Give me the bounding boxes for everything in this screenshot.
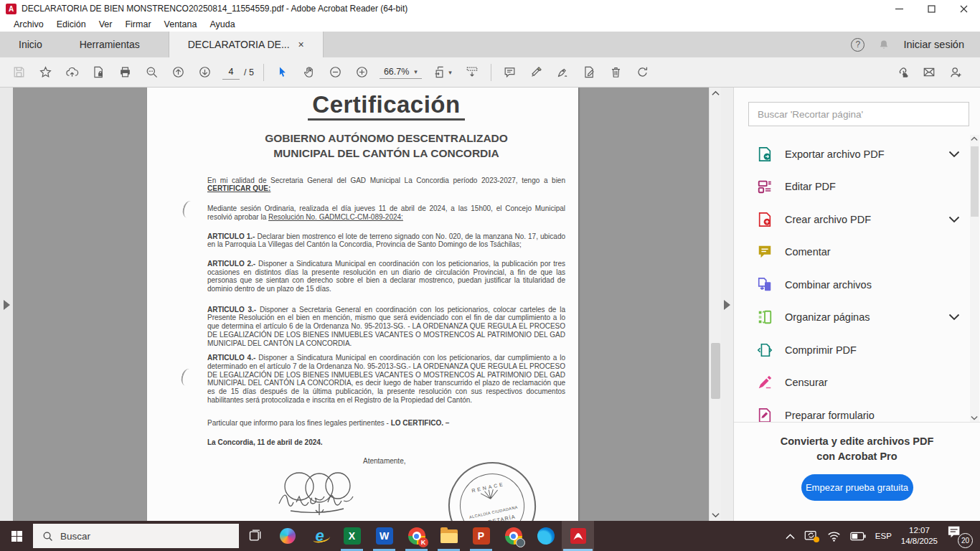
tools-search-input[interactable] <box>748 102 969 126</box>
battery-icon[interactable] <box>850 532 866 541</box>
select-tool-button[interactable] <box>269 61 296 84</box>
chevron-down-icon[interactable] <box>948 216 960 223</box>
zoom-out-button[interactable] <box>322 61 349 84</box>
document-org: GOBIERNO AUTÓNOMO DESCENTRALIZADO MUNICI… <box>207 131 565 161</box>
paragraph-session: Mediante sesión Ordinaria, realizada el … <box>207 204 565 221</box>
previous-page-button[interactable] <box>165 61 192 84</box>
acrobat-pro-promo: Convierta y edite archivos PDF con Acrob… <box>734 422 980 521</box>
tray-chevron-up-icon[interactable] <box>786 533 795 540</box>
start-free-trial-button[interactable]: Empezar prueba gratuita <box>801 474 913 501</box>
chrome-button[interactable] <box>497 521 529 551</box>
sync-device-icon[interactable] <box>804 530 818 542</box>
tool-comment[interactable]: Comentar <box>734 236 970 269</box>
chevron-down-icon[interactable] <box>948 314 960 321</box>
tool-edit-pdf[interactable]: Editar PDF <box>734 171 970 204</box>
help-icon[interactable]: ? <box>851 38 864 52</box>
chrome-profile-button[interactable]: K <box>400 521 433 551</box>
menu-bar: Archivo Edición Ver Firmar Ventana Ayuda <box>0 17 980 32</box>
page-fit-dropdown[interactable]: ▾ <box>426 61 459 84</box>
menu-ventana[interactable]: Ventana <box>158 19 204 29</box>
export-protect-button[interactable] <box>85 61 112 84</box>
scroll-down-icon[interactable] <box>971 415 978 420</box>
taskbar-search[interactable]: Buscar <box>33 524 239 548</box>
print-button[interactable] <box>112 61 138 84</box>
minimize-icon <box>895 5 903 13</box>
organize-pages-icon <box>757 309 773 325</box>
scroll-mode-button[interactable] <box>459 61 486 84</box>
scan-mark <box>181 199 196 219</box>
minus-circle-icon <box>329 65 342 79</box>
maximize-button[interactable] <box>915 0 948 17</box>
tab-close-icon[interactable]: × <box>298 39 304 50</box>
tab-inicio[interactable]: Inicio <box>0 32 61 57</box>
highlight-button[interactable] <box>523 61 550 84</box>
star-button[interactable] <box>32 61 59 84</box>
internet-explorer-button[interactable]: e <box>303 521 336 551</box>
search-button[interactable] <box>138 61 165 84</box>
menu-ayuda[interactable]: Ayuda <box>203 19 241 29</box>
delete-pages-button[interactable] <box>603 61 629 84</box>
tool-export-pdf[interactable]: Exportar archivo PDF <box>734 138 970 171</box>
task-view-button[interactable] <box>239 521 271 551</box>
person-add-icon <box>948 65 963 80</box>
word-button[interactable]: W <box>368 521 400 551</box>
scroll-up-icon[interactable] <box>712 90 720 96</box>
powerpoint-button[interactable]: P <box>465 521 497 551</box>
chevron-down-icon[interactable] <box>948 151 960 158</box>
caret-down-icon: ▾ <box>414 68 418 75</box>
excel-button[interactable]: X <box>336 521 368 551</box>
collapse-tools-panel-icon[interactable] <box>724 300 730 310</box>
edge-button[interactable] <box>529 521 562 551</box>
menu-ver[interactable]: Ver <box>93 19 119 29</box>
tool-compress-pdf[interactable]: Comprimir PDF <box>734 334 970 367</box>
copilot-icon <box>280 528 296 544</box>
hand-tool-button[interactable] <box>296 61 322 84</box>
tray-date: 14/8/2025 <box>901 536 938 547</box>
wifi-icon[interactable] <box>827 531 841 542</box>
share-cloud-button[interactable] <box>59 61 85 84</box>
add-account-button[interactable] <box>942 61 969 84</box>
scroll-up-icon[interactable] <box>971 136 978 141</box>
combine-files-icon <box>757 277 773 293</box>
fill-sign-button[interactable] <box>576 61 603 84</box>
copilot-button[interactable] <box>271 521 303 551</box>
signin-link[interactable]: Iniciar sesión <box>903 39 964 50</box>
email-button[interactable] <box>915 61 942 84</box>
zoom-level-dropdown[interactable]: 66.7% ▾ <box>380 65 422 79</box>
link-cloud-icon <box>895 65 910 80</box>
open-left-panel-icon[interactable] <box>4 300 10 310</box>
language-indicator[interactable]: ESP <box>875 532 892 540</box>
scrollbar-thumb[interactable] <box>971 146 979 217</box>
tool-prepare-form[interactable]: Preparar formulario <box>734 399 970 422</box>
tool-combine-files[interactable]: Combinar archivos <box>734 268 970 301</box>
menu-firmar[interactable]: Firmar <box>118 19 157 29</box>
share-link-button[interactable] <box>889 61 915 84</box>
redo-rotate-button[interactable] <box>629 61 656 84</box>
menu-archivo[interactable]: Archivo <box>7 19 50 29</box>
file-explorer-button[interactable] <box>433 521 465 551</box>
next-page-button[interactable] <box>192 61 218 84</box>
start-button[interactable] <box>0 521 33 551</box>
menu-edicion[interactable]: Edición <box>50 19 93 29</box>
close-button[interactable] <box>948 0 980 17</box>
page-number-input[interactable] <box>222 65 240 80</box>
save-button[interactable] <box>6 61 32 84</box>
clock[interactable]: 12:07 14/8/2025 <box>901 525 938 547</box>
bell-icon[interactable] <box>877 38 890 52</box>
sidebar-scrollbar[interactable] <box>970 135 979 422</box>
tool-create-pdf[interactable]: Crear archivo PDF <box>734 203 970 236</box>
tool-organize-pages[interactable]: Organizar páginas <box>734 301 970 334</box>
tab-document[interactable]: DECLARATORIA DE... × <box>169 32 324 57</box>
tool-redact[interactable]: Censurar <box>734 367 970 400</box>
scroll-down-icon[interactable] <box>712 512 720 518</box>
document-scrollbar[interactable] <box>709 88 721 521</box>
tab-herramientas[interactable]: Herramientas <box>61 32 159 57</box>
minimize-button[interactable] <box>883 0 915 17</box>
acrobat-taskbar-button[interactable] <box>562 521 594 551</box>
acrobat-icon <box>570 527 587 545</box>
notification-center-button[interactable]: 20 <box>947 525 973 547</box>
comment-button[interactable] <box>496 61 523 84</box>
zoom-in-button[interactable] <box>349 61 375 84</box>
scrollbar-thumb[interactable] <box>711 343 720 399</box>
sign-button[interactable] <box>550 61 576 84</box>
